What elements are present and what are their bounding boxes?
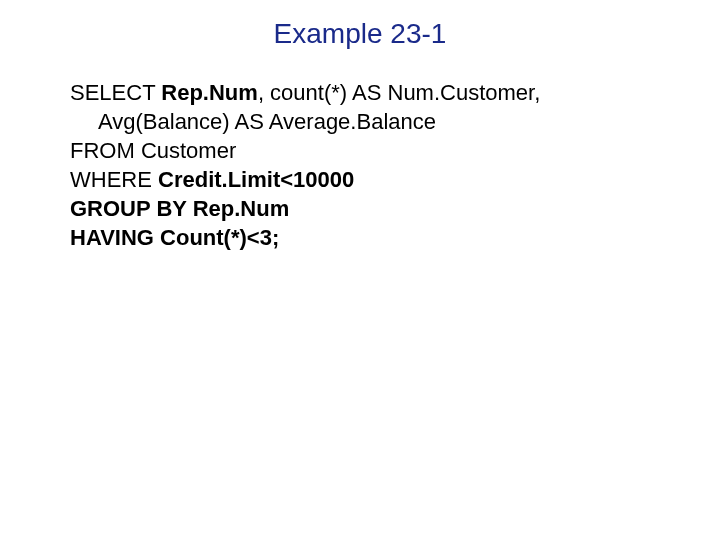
slide: Example 23-1 SELECT Rep.Num, count(*) AS… [0, 0, 720, 540]
keyword-having: HAVING [70, 225, 154, 250]
text: Customer [135, 138, 236, 163]
text: SELECT [70, 80, 161, 105]
having-cond: Count(*)<3; [154, 225, 279, 250]
keyword-where: WHERE [70, 167, 152, 192]
text: , count(*) AS Num.Customer, [258, 80, 540, 105]
sql-line-3: FROM Customer [70, 136, 660, 165]
keyword-repnum: Rep.Num [161, 80, 258, 105]
keyword-from: FROM [70, 138, 135, 163]
group-col: Rep.Num [187, 196, 290, 221]
sql-line-2: Avg(Balance) AS Average.Balance [70, 107, 660, 136]
slide-title: Example 23-1 [0, 18, 720, 50]
sql-line-6: HAVING Count(*)<3; [70, 223, 660, 252]
condition-credit: Credit.Limit<10000 [152, 167, 354, 192]
sql-line-4: WHERE Credit.Limit<10000 [70, 165, 660, 194]
sql-line-5: GROUP BY Rep.Num [70, 194, 660, 223]
sql-line-1: SELECT Rep.Num, count(*) AS Num.Customer… [70, 78, 660, 107]
text: Avg(Balance) AS Average.Balance [98, 109, 436, 134]
keyword-groupby: GROUP BY [70, 196, 187, 221]
sql-body: SELECT Rep.Num, count(*) AS Num.Customer… [70, 78, 660, 252]
